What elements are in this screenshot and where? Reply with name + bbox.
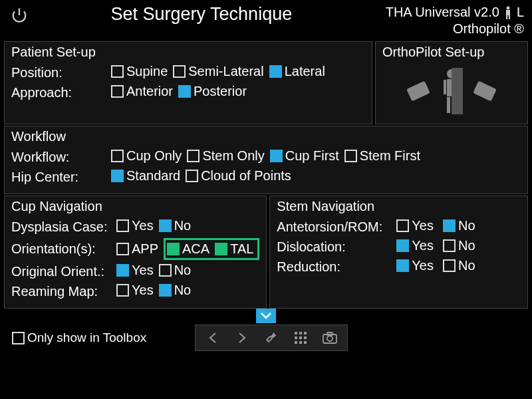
cup-nav-title: Cup Navigation — [11, 199, 259, 214]
checkbox-reduction-no[interactable]: No — [443, 258, 475, 273]
grid-icon[interactable] — [287, 327, 314, 349]
dysplasia-label: Dysplasia Case: — [11, 219, 116, 235]
next-button[interactable] — [229, 327, 255, 349]
checkbox-aca[interactable]: ACA — [167, 241, 209, 257]
svg-rect-2 — [506, 15, 507, 19]
checkbox-app[interactable]: APP — [116, 241, 158, 257]
checkbox-antetorsion-no[interactable]: No — [443, 218, 475, 233]
checkbox-workflow-stem-first[interactable]: Stem First — [344, 148, 420, 164]
checkbox-workflow-stem-only[interactable]: Stem Only — [187, 148, 264, 164]
svg-point-0 — [506, 6, 509, 9]
svg-rect-23 — [327, 332, 332, 335]
svg-rect-18 — [295, 341, 297, 344]
orthopilot-setup-title: OrthoPilot Set-up — [382, 45, 521, 60]
checkbox-workflow-cup-first[interactable]: Cup First — [270, 148, 339, 164]
patient-setup-title: Patient Set-up — [11, 45, 365, 60]
checkbox-dysplasia-no[interactable]: No — [159, 218, 192, 233]
bottom-toolbar — [195, 325, 348, 351]
orthopilot-setup-section: OrthoPilot Set-up — [375, 41, 528, 124]
checkbox-dislocation-no[interactable]: No — [443, 238, 475, 253]
version-text: THA Universal v2.0 — [386, 4, 499, 21]
expand-down-button[interactable] — [256, 309, 276, 323]
position-label: Position: — [11, 65, 111, 80]
svg-rect-14 — [304, 332, 307, 334]
side-indicator: L — [517, 4, 524, 21]
only-toolbox-label: Only show in Toolbox — [27, 331, 146, 345]
person-icon — [503, 6, 513, 19]
checkbox-hipcenter-standard[interactable]: Standard — [111, 168, 180, 184]
checkbox-approach-posterior[interactable]: Posterior — [178, 84, 247, 99]
page-title: Set Surgery Technique — [17, 4, 386, 25]
checkbox-dysplasia-yes[interactable]: Yes — [116, 218, 154, 233]
brand-text: Orthopilot ® — [386, 21, 524, 37]
checkbox-position-lateral[interactable]: Lateral — [269, 64, 325, 79]
stem-navigation-section: Stem Navigation Antetorsion/ROM: YesNo D… — [269, 196, 528, 309]
svg-rect-8 — [444, 80, 446, 94]
checkbox-tal[interactable]: TAL — [215, 241, 253, 257]
human-icon — [440, 68, 463, 114]
antetorsion-label: Antetorsion/ROM: — [277, 219, 396, 235]
svg-rect-17 — [304, 336, 307, 339]
version-block: THA Universal v2.0 L Orthopilot ® — [386, 4, 524, 37]
checkbox-reduction-yes[interactable]: Yes — [396, 258, 434, 273]
hipcenter-label: Hip Center: — [11, 170, 111, 185]
svg-point-22 — [327, 336, 332, 341]
cup-navigation-section: Cup Navigation Dysplasia Case: YesNo Ori… — [4, 196, 267, 309]
reduction-label: Reduction: — [277, 259, 396, 275]
orientation-highlight: ACA TAL — [164, 238, 259, 260]
reaming-map-label: Reaming Map: — [11, 284, 116, 299]
svg-rect-20 — [304, 341, 307, 344]
svg-rect-16 — [299, 336, 302, 339]
original-orient-label: Original Orient.: — [11, 264, 116, 279]
checkbox-antetorsion-yes[interactable]: Yes — [396, 218, 434, 233]
svg-rect-12 — [295, 332, 297, 334]
checkbox-only-toolbox[interactable]: Only show in Toolbox — [12, 331, 146, 345]
checkbox-dislocation-yes[interactable]: Yes — [396, 238, 434, 253]
checkbox-reaming-no[interactable]: No — [159, 283, 192, 298]
checkbox-position-supine[interactable]: Supine — [111, 64, 168, 79]
workflow-section: Workflow Workflow: Cup OnlyStem OnlyCup … — [4, 126, 528, 194]
approach-label: Approach: — [11, 85, 111, 100]
svg-rect-3 — [509, 15, 510, 19]
orthopilot-visual[interactable] — [382, 64, 521, 118]
wrench-icon[interactable] — [258, 327, 285, 349]
svg-rect-13 — [299, 332, 302, 334]
camera-icon[interactable] — [317, 327, 343, 349]
checkbox-reaming-yes[interactable]: Yes — [116, 283, 154, 298]
svg-rect-15 — [295, 336, 297, 339]
prev-button[interactable] — [200, 327, 226, 349]
tracker-left-icon — [406, 81, 430, 102]
stem-nav-title: Stem Navigation — [277, 199, 521, 214]
svg-rect-19 — [299, 341, 302, 344]
dislocation-label: Dislocation: — [277, 239, 396, 255]
svg-rect-6 — [447, 97, 450, 113]
orientation-label: Orientation(s): — [11, 241, 116, 257]
tracker-right-icon — [473, 81, 497, 102]
checkbox-position-semi-lateral[interactable]: Semi-Lateral — [173, 64, 263, 79]
checkbox-approach-anterior[interactable]: Anterior — [111, 84, 173, 99]
checkbox-workflow-cup-only[interactable]: Cup Only — [111, 148, 182, 164]
checkbox-orig-orient-no[interactable]: No — [159, 263, 192, 278]
patient-setup-section: Patient Set-up Position: SupineSemi-Late… — [4, 41, 372, 124]
workflow-title: Workflow — [11, 129, 521, 144]
checkbox-hipcenter-cloud-of-points[interactable]: Cloud of Points — [186, 168, 291, 184]
workflow-label: Workflow: — [11, 150, 111, 165]
svg-rect-1 — [506, 10, 510, 15]
checkbox-orig-orient-yes[interactable]: Yes — [116, 263, 154, 278]
